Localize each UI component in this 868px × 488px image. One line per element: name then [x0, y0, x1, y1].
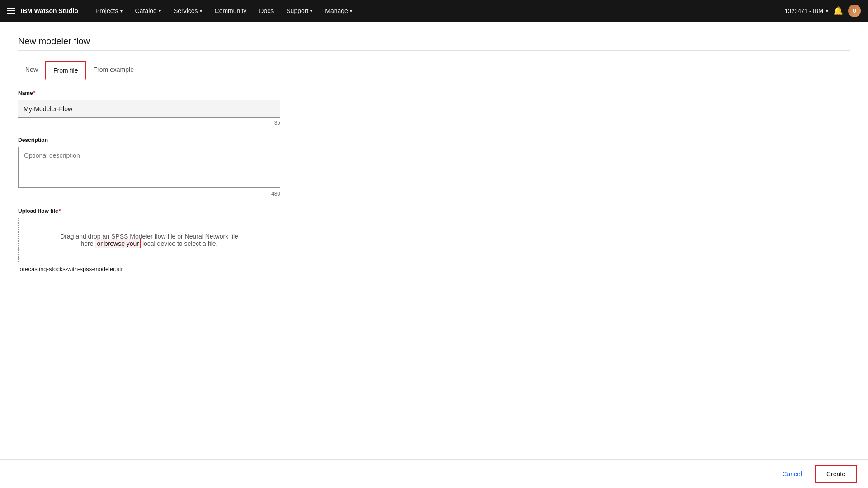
navbar-right: 1323471 - IBM ▾ 🔔 U: [785, 5, 861, 17]
description-char-count: 480: [18, 191, 280, 197]
tab-group: New From file From example: [18, 61, 280, 79]
upload-dropzone[interactable]: Drag and drop an SPSS Modeler flow file …: [18, 218, 280, 262]
cancel-button[interactable]: Cancel: [775, 466, 809, 482]
page-actions: Cancel Create: [0, 459, 868, 488]
name-input[interactable]: [18, 100, 280, 118]
description-label: Description: [18, 137, 280, 143]
avatar[interactable]: U: [848, 5, 861, 17]
nav-item-manage-chevron-icon: ▾: [350, 9, 352, 14]
nav-item-support[interactable]: Support▾: [280, 0, 319, 22]
upload-label: Upload flow file*: [18, 208, 280, 214]
upload-text-after: local device to select a file.: [142, 240, 218, 247]
title-divider: [18, 50, 850, 51]
form: Name* 35 Description 480 Upload flow fil…: [18, 90, 280, 272]
nav-item-community[interactable]: Community: [208, 0, 253, 22]
account-label: 1323471 - IBM: [785, 8, 823, 14]
uploaded-filename: forecasting-stocks-with-spss-modeler.str: [18, 266, 280, 272]
upload-instructions: Drag and drop an SPSS Modeler flow file …: [60, 233, 238, 247]
nav-item-services-chevron-icon: ▾: [200, 9, 202, 14]
page-title: New modeler flow: [18, 36, 850, 47]
account-chevron-icon: ▾: [826, 9, 828, 14]
nav-item-manage[interactable]: Manage▾: [319, 0, 359, 22]
name-required-marker: *: [33, 90, 36, 96]
name-char-count: 35: [18, 120, 280, 126]
upload-field-group: Upload flow file* Drag and drop an SPSS …: [18, 208, 280, 272]
description-field-group: Description 480: [18, 137, 280, 197]
create-button[interactable]: Create: [815, 465, 857, 483]
name-field-group: Name* 35: [18, 90, 280, 126]
nav-item-docs[interactable]: Docs: [253, 0, 280, 22]
hamburger-menu[interactable]: [7, 8, 15, 14]
tab-from-example[interactable]: From example: [86, 61, 141, 79]
nav-item-projects[interactable]: Projects▾: [89, 0, 129, 22]
nav-items: Projects▾Catalog▾Services▾CommunityDocsS…: [89, 0, 785, 22]
app-brand: IBM Watson Studio: [21, 7, 78, 14]
nav-item-catalog-chevron-icon: ▾: [159, 9, 161, 14]
name-label: Name*: [18, 90, 280, 96]
nav-item-support-chevron-icon: ▾: [310, 9, 312, 14]
nav-item-services[interactable]: Services▾: [167, 0, 208, 22]
nav-item-projects-chevron-icon: ▾: [120, 9, 123, 14]
notifications-icon[interactable]: 🔔: [834, 6, 843, 15]
nav-item-catalog[interactable]: Catalog▾: [129, 0, 167, 22]
browse-link[interactable]: or browse your: [95, 239, 141, 248]
tab-from-file[interactable]: From file: [45, 61, 86, 80]
upload-required-marker: *: [59, 208, 61, 214]
navbar: IBM Watson Studio Projects▾Catalog▾Servi…: [0, 0, 868, 22]
account-selector[interactable]: 1323471 - IBM ▾: [785, 8, 828, 14]
description-input[interactable]: [18, 147, 280, 188]
page-content: New modeler flow New From file From exam…: [0, 22, 868, 488]
tab-new[interactable]: New: [18, 61, 45, 79]
